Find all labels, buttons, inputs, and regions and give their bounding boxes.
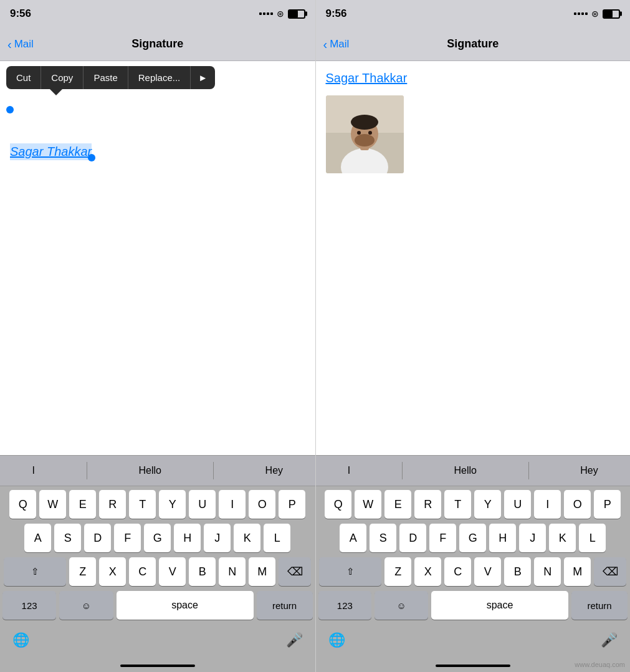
key-shift-right[interactable]: ⇧ (319, 557, 381, 586)
back-button-left[interactable]: ‹ Mail (7, 38, 34, 50)
key-R-right[interactable]: R (414, 490, 441, 519)
key-I-left[interactable]: I (219, 490, 246, 519)
key-row-4-right: 123 ☺ space return (318, 591, 628, 620)
key-L-left[interactable]: L (264, 524, 290, 552)
key-P-left[interactable]: P (279, 490, 305, 519)
globe-icon-left[interactable]: 🌐 (12, 632, 29, 648)
key-backspace-right[interactable]: ⌫ (594, 557, 626, 586)
key-Y-right[interactable]: Y (474, 490, 501, 519)
key-O-right[interactable]: O (564, 490, 591, 519)
key-K-left[interactable]: K (234, 524, 260, 552)
back-label-right: Mail (330, 38, 349, 50)
key-W-right[interactable]: W (355, 490, 381, 519)
key-backspace-left[interactable]: ⌫ (279, 557, 311, 586)
key-Z-right[interactable]: Z (384, 557, 411, 586)
pred-word-2-left[interactable]: Hello (126, 465, 173, 476)
key-S-left[interactable]: S (54, 524, 81, 552)
key-K-right[interactable]: K (549, 524, 576, 552)
key-E-left[interactable]: E (69, 490, 96, 519)
key-M-left[interactable]: M (249, 557, 275, 586)
key-D-right[interactable]: D (399, 524, 426, 552)
menu-cut[interactable]: Cut (6, 66, 41, 89)
key-V-right[interactable]: V (474, 557, 501, 586)
key-J-right[interactable]: J (519, 524, 546, 552)
key-P-right[interactable]: P (594, 490, 621, 519)
pred-word-3-left[interactable]: Hey (253, 465, 295, 476)
globe-icon-right[interactable]: 🌐 (328, 632, 345, 648)
key-U-right[interactable]: U (504, 490, 531, 519)
signal-icon-left (259, 12, 273, 15)
key-D-left[interactable]: D (84, 524, 111, 552)
key-B-left[interactable]: B (189, 557, 216, 586)
key-B-right[interactable]: B (504, 557, 531, 586)
menu-copy[interactable]: Copy (41, 66, 84, 89)
key-S-right[interactable]: S (370, 524, 396, 552)
key-C-left[interactable]: C (129, 557, 156, 586)
key-H-left[interactable]: H (174, 524, 201, 552)
key-row-2-right: A S D F G H J K L (318, 524, 628, 552)
key-F-right[interactable]: F (429, 524, 456, 552)
signal-icon-right (574, 12, 588, 15)
selection-handle-left (6, 106, 14, 113)
key-emoji-left[interactable]: ☺ (59, 591, 113, 620)
watermark: www.deuaq.com (575, 661, 625, 668)
pred-word-3-right[interactable]: Hey (568, 465, 610, 476)
key-space-right[interactable]: space (431, 591, 568, 620)
pred-word-1-left[interactable]: I (19, 465, 47, 476)
key-G-left[interactable]: G (144, 524, 171, 552)
status-icons-right: ⊛ (574, 9, 620, 19)
key-emoji-right[interactable]: ☺ (375, 591, 428, 620)
key-O-left[interactable]: O (249, 490, 275, 519)
key-V-left[interactable]: V (159, 557, 186, 586)
key-return-left[interactable]: return (257, 591, 313, 620)
content-area-right: Sagar Thakkar (316, 61, 631, 455)
back-button-right[interactable]: ‹ Mail (323, 38, 350, 50)
key-123-right[interactable]: 123 (318, 591, 372, 620)
key-space-left[interactable]: space (117, 591, 254, 620)
signature-text-left[interactable]: Sagar Thakkar (10, 143, 92, 160)
key-123-left[interactable]: 123 (2, 591, 56, 620)
key-Q-left[interactable]: Q (9, 490, 36, 519)
key-Y-left[interactable]: Y (159, 490, 186, 519)
key-E-right[interactable]: E (384, 490, 411, 519)
key-R-left[interactable]: R (99, 490, 126, 519)
key-row-3-right: ⇧ Z X C V B N M ⌫ (318, 557, 628, 586)
battery-icon-right (603, 9, 620, 19)
key-T-left[interactable]: T (129, 490, 156, 519)
key-return-right[interactable]: return (571, 591, 628, 620)
key-I-right[interactable]: I (534, 490, 561, 519)
mic-icon-right[interactable]: 🎤 (601, 632, 618, 648)
context-menu: Cut Copy Paste Replace... ► (6, 66, 215, 89)
key-Q-right[interactable]: Q (325, 490, 351, 519)
pred-word-2-right[interactable]: Hello (442, 465, 489, 476)
menu-more[interactable]: ► (191, 66, 215, 89)
menu-replace[interactable]: Replace... (128, 66, 191, 89)
key-W-left[interactable]: W (39, 490, 66, 519)
key-H-right[interactable]: H (489, 524, 516, 552)
key-row-1-right: Q W E R T Y U I O P (318, 490, 628, 519)
key-row-4-left: 123 ☺ space return (2, 591, 313, 620)
key-shift-left[interactable]: ⇧ (4, 557, 66, 586)
key-N-right[interactable]: N (534, 557, 561, 586)
key-G-right[interactable]: G (459, 524, 486, 552)
key-J-left[interactable]: J (204, 524, 231, 552)
key-A-left[interactable]: A (24, 524, 51, 552)
mic-icon-left[interactable]: 🎤 (286, 632, 303, 648)
key-row-2-left: A S D F G H J K L (2, 524, 313, 552)
key-X-left[interactable]: X (99, 557, 126, 586)
key-X-right[interactable]: X (414, 557, 441, 586)
key-N-left[interactable]: N (219, 557, 246, 586)
key-A-right[interactable]: A (340, 524, 366, 552)
pred-word-1-right[interactable]: I (335, 465, 363, 476)
signature-text-right[interactable]: Sagar Thakkar (326, 71, 621, 85)
key-C-right[interactable]: C (444, 557, 471, 586)
key-Z-left[interactable]: Z (69, 557, 96, 586)
key-T-right[interactable]: T (444, 490, 471, 519)
menu-paste[interactable]: Paste (84, 66, 128, 89)
key-M-right[interactable]: M (564, 557, 591, 586)
key-L-right[interactable]: L (579, 524, 606, 552)
signature-field-left[interactable]: Sagar Thakkar (10, 107, 92, 160)
key-U-left[interactable]: U (189, 490, 216, 519)
key-F-left[interactable]: F (114, 524, 141, 552)
status-time-left: 9:56 (10, 7, 31, 20)
